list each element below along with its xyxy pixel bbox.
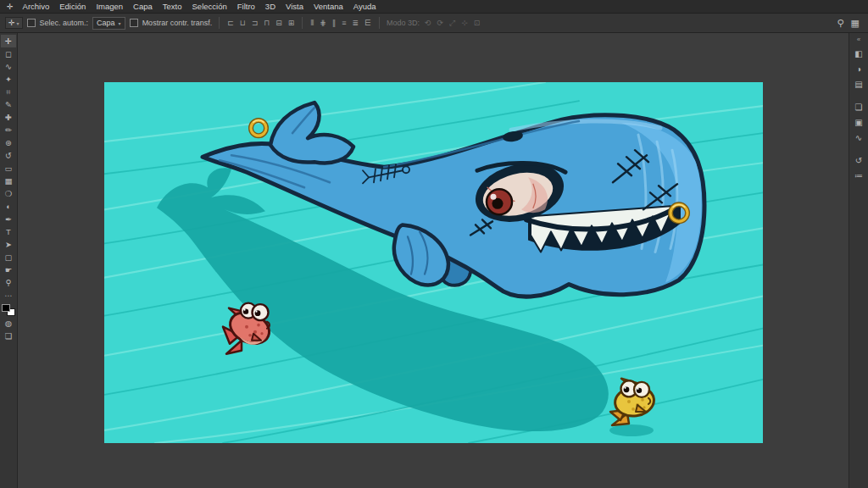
divider — [219, 17, 220, 29]
mode-3d-label: Modo 3D: — [387, 19, 420, 27]
brush-tool[interactable]: ✏ — [1, 124, 16, 136]
rectangular-marquee-tool[interactable]: ◻ — [1, 47, 16, 60]
menu-item-capa[interactable]: Capa — [128, 0, 158, 13]
distribute-right-edges-button[interactable]: ⋿ — [364, 14, 372, 31]
divider — [379, 17, 380, 29]
channels-panel-icon[interactable]: ▣ — [851, 115, 866, 130]
pen-tool[interactable]: ✒ — [1, 213, 16, 225]
path-selection-tool[interactable]: ➤ — [1, 238, 16, 251]
options-bar: ✛ ▾ Selec. autom.: Capa ▾ Mostrar contr.… — [0, 13, 868, 33]
auto-select-value: Capa — [97, 19, 115, 27]
align-bottom-edges-button[interactable]: ⊞ — [287, 14, 296, 31]
3d-roll-button[interactable]: ⟳ — [436, 14, 444, 31]
crop-tool[interactable]: ⌗ — [1, 86, 16, 98]
distribute-horizontal-centers-button[interactable]: ≣ — [352, 14, 360, 31]
color-swatches — [2, 304, 15, 316]
3d-drag-button[interactable]: ⤢ — [448, 14, 456, 31]
adjustments-panel-icon[interactable]: ◑ — [851, 62, 866, 76]
auto-select-target-dropdown[interactable]: Capa ▾ — [92, 17, 125, 30]
menu-item-ayuda[interactable]: Ayuda — [348, 0, 381, 13]
menu-item-texto[interactable]: Texto — [158, 0, 187, 13]
properties-panel-icon[interactable]: ≔ — [851, 169, 866, 183]
clone-stamp-tool[interactable]: ⊛ — [1, 136, 16, 149]
dodge-tool[interactable]: ◐ — [1, 200, 16, 213]
show-transform-checkbox[interactable] — [130, 19, 138, 27]
hand-tool[interactable]: ☛ — [1, 263, 16, 276]
auto-select-label: Selec. autom.: — [40, 19, 89, 27]
yellow-fish-shadow — [609, 424, 654, 436]
eyedropper-tool[interactable]: ✎ — [1, 98, 16, 111]
chevron-down-icon: ▾ — [119, 20, 121, 26]
chevron-down-icon: ▾ — [17, 20, 19, 26]
edit-toolbar-button[interactable]: ⋯ — [1, 289, 16, 302]
document-canvas[interactable] — [104, 82, 763, 443]
quick-selection-tool[interactable]: ✦ — [1, 73, 16, 86]
tool-preset-button[interactable]: ✛ ▾ — [5, 17, 23, 29]
tools-panel: ✛ ◻ ∿ ✦ ⌗ ✎ ✚ ✏ ⊛ ↺ ▭ ▦ ❍ ◐ ✒ T ➤ ▢ ☛ ⚲ … — [0, 33, 18, 488]
history-brush-tool[interactable]: ↺ — [1, 149, 16, 162]
workspace-switcher-icon[interactable]: ▦ — [851, 18, 860, 29]
menu-item-archivo[interactable]: Archivo — [18, 0, 55, 13]
menu-item-edicion[interactable]: Edición — [54, 0, 91, 13]
foreground-color-swatch[interactable] — [2, 304, 10, 312]
menu-item-seleccion[interactable]: Selección — [187, 0, 232, 13]
align-top-edges-button[interactable]: ⊓ — [263, 14, 270, 31]
blur-tool[interactable]: ❍ — [1, 187, 16, 200]
distribute-vertical-centers-button[interactable]: ⋕ — [319, 14, 327, 31]
menu-bar: ✛ Archivo Edición Imagen Capa Texto Sele… — [0, 0, 868, 13]
distribute-top-edges-button[interactable]: ⫴ — [309, 14, 314, 31]
align-horizontal-centers-button[interactable]: ⊔ — [239, 14, 247, 31]
spot-healing-brush-tool[interactable]: ✚ — [1, 111, 16, 124]
shape-tool[interactable]: ▢ — [1, 251, 16, 263]
search-icon[interactable]: ⚲ — [837, 18, 844, 29]
screen-mode-button[interactable]: ❏ — [1, 330, 16, 342]
eraser-tool[interactable]: ▭ — [1, 162, 16, 175]
auto-select-checkbox[interactable] — [27, 19, 36, 27]
panel-dock: « ◧ ◑ ▤ ❏ ▣ ∿ ↺ ≔ — [849, 33, 868, 488]
yellow-fish-eyes — [621, 380, 650, 397]
menu-item-3d[interactable]: 3D — [260, 0, 281, 13]
align-vertical-centers-button[interactable]: ⊟ — [275, 14, 283, 31]
move-tool[interactable]: ✛ — [1, 35, 16, 47]
photoshop-window: ✛ Archivo Edición Imagen Capa Texto Sele… — [0, 0, 868, 488]
quick-mask-button[interactable]: ◍ — [1, 317, 16, 330]
expand-panels-button[interactable]: « — [857, 36, 860, 46]
menu-item-imagen[interactable]: Imagen — [91, 0, 128, 13]
libraries-panel-icon[interactable]: ▤ — [851, 77, 866, 92]
3d-scale-button[interactable]: ⊡ — [473, 14, 481, 31]
3d-slide-button[interactable]: ⊹ — [460, 14, 469, 31]
lasso-tool[interactable]: ∿ — [1, 60, 16, 73]
align-left-edges-button[interactable]: ⊏ — [226, 14, 235, 31]
distribute-bottom-edges-button[interactable]: ∥ — [331, 14, 337, 31]
paths-panel-icon[interactable]: ∿ — [851, 130, 866, 145]
menu-item-filtro[interactable]: Filtro — [232, 0, 260, 13]
menu-item-ventana[interactable]: Ventana — [309, 0, 348, 13]
align-right-edges-button[interactable]: ⊐ — [251, 14, 259, 31]
red-fish-eyes — [241, 303, 269, 321]
workspace: ✛ ◻ ∿ ✦ ⌗ ✎ ✚ ✏ ⊛ ↺ ▭ ▦ ❍ ◐ ✒ T ➤ ▢ ☛ ⚲ … — [0, 33, 868, 488]
history-panel-icon[interactable]: ↺ — [851, 153, 866, 168]
3d-rotate-button[interactable]: ⟲ — [424, 14, 432, 31]
zoom-tool[interactable]: ⚲ — [1, 276, 16, 289]
layers-panel-icon[interactable]: ❏ — [851, 100, 866, 114]
divider — [302, 17, 303, 29]
distribute-left-edges-button[interactable]: ≡ — [341, 14, 347, 31]
type-tool[interactable]: T — [1, 225, 16, 238]
current-tool-icon: ✛ — [8, 19, 15, 27]
gradient-tool[interactable]: ▦ — [1, 175, 16, 187]
color-panel-icon[interactable]: ◧ — [851, 47, 866, 61]
pasteboard — [18, 33, 849, 488]
show-transform-label: Mostrar contr. transf. — [142, 19, 213, 27]
whale-illustration — [104, 82, 763, 443]
menu-item-vista[interactable]: Vista — [281, 0, 309, 13]
app-icon: ✛ — [7, 3, 14, 11]
